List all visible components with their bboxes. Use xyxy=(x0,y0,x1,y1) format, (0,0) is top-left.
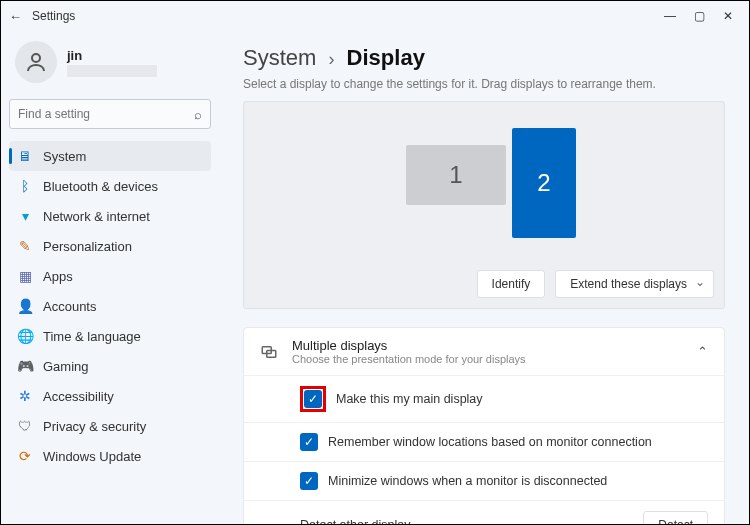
highlight-box xyxy=(300,386,326,412)
sidebar-item-system[interactable]: 🖥System xyxy=(9,141,211,171)
gaming-icon: 🎮 xyxy=(17,358,33,374)
identify-button[interactable]: Identify xyxy=(477,270,546,298)
user-profile[interactable]: jin xyxy=(9,37,211,93)
display-arrangement-panel: 1 2 Identify Extend these displays xyxy=(243,101,725,309)
sidebar-item-accessibility[interactable]: ✲Accessibility xyxy=(9,381,211,411)
app-title: Settings xyxy=(32,9,75,23)
sidebar-item-windows-update[interactable]: ⟳Windows Update xyxy=(9,441,211,471)
chevron-up-icon[interactable]: ⌃ xyxy=(697,344,708,359)
sidebar-item-label: Network & internet xyxy=(43,209,150,224)
option-label: Minimize windows when a monitor is disco… xyxy=(328,474,607,488)
sidebar: jin ⌕ 🖥SystemᛒBluetooth & devices▾Networ… xyxy=(1,31,219,524)
sidebar-item-privacy-security[interactable]: 🛡Privacy & security xyxy=(9,411,211,441)
accessibility-icon: ✲ xyxy=(17,388,33,404)
checkbox-remember[interactable] xyxy=(300,433,318,451)
sidebar-item-label: Personalization xyxy=(43,239,132,254)
sidebar-item-bluetooth-devices[interactable]: ᛒBluetooth & devices xyxy=(9,171,211,201)
sidebar-item-label: Privacy & security xyxy=(43,419,146,434)
multiple-displays-icon xyxy=(260,343,278,361)
chevron-right-icon: › xyxy=(328,49,334,69)
sidebar-item-label: Time & language xyxy=(43,329,141,344)
personalization-icon: ✎ xyxy=(17,238,33,254)
section-title: Multiple displays xyxy=(292,338,526,353)
option-label: Detect other display xyxy=(300,518,410,524)
breadcrumb: System › Display xyxy=(243,45,725,71)
search-input[interactable] xyxy=(18,107,194,121)
main-content: System › Display Select a display to cha… xyxy=(219,31,749,524)
windows-update-icon: ⟳ xyxy=(17,448,33,464)
multiple-displays-section: Multiple displays Choose the presentatio… xyxy=(243,327,725,524)
section-subtitle: Choose the presentation mode for your di… xyxy=(292,353,526,365)
person-icon xyxy=(24,50,48,74)
maximize-button[interactable]: ▢ xyxy=(694,9,705,23)
apps-icon: ▦ xyxy=(17,268,33,284)
accounts-icon: 👤 xyxy=(17,298,33,314)
sidebar-item-label: Gaming xyxy=(43,359,89,374)
option-main-display[interactable]: Make this my main display xyxy=(244,375,724,422)
sidebar-item-label: Windows Update xyxy=(43,449,141,464)
sidebar-item-label: Accounts xyxy=(43,299,96,314)
option-minimize-disconnect[interactable]: Minimize windows when a monitor is disco… xyxy=(244,461,724,500)
detect-button[interactable]: Detect xyxy=(643,511,708,524)
sidebar-item-label: System xyxy=(43,149,86,164)
extend-displays-dropdown[interactable]: Extend these displays xyxy=(555,270,714,298)
breadcrumb-parent[interactable]: System xyxy=(243,45,316,70)
nav-list: 🖥SystemᛒBluetooth & devices▾Network & in… xyxy=(9,141,211,471)
bluetooth-devices-icon: ᛒ xyxy=(17,178,33,194)
checkbox-main-display[interactable] xyxy=(304,390,322,408)
monitor-1[interactable]: 1 xyxy=(406,145,506,205)
avatar xyxy=(15,41,57,83)
sidebar-item-label: Apps xyxy=(43,269,73,284)
sidebar-item-label: Accessibility xyxy=(43,389,114,404)
option-detect-display: Detect other display Detect xyxy=(244,500,724,524)
time-language-icon: 🌐 xyxy=(17,328,33,344)
back-button[interactable]: ← xyxy=(9,9,22,24)
option-remember-locations[interactable]: Remember window locations based on monit… xyxy=(244,422,724,461)
sidebar-item-personalization[interactable]: ✎Personalization xyxy=(9,231,211,261)
close-button[interactable]: ✕ xyxy=(723,9,733,23)
sidebar-item-accounts[interactable]: 👤Accounts xyxy=(9,291,211,321)
page-title: Display xyxy=(347,45,425,70)
privacy-security-icon: 🛡 xyxy=(17,418,33,434)
page-subtitle: Select a display to change the settings … xyxy=(243,77,725,91)
section-header[interactable]: Multiple displays Choose the presentatio… xyxy=(244,328,724,375)
user-name: jin xyxy=(67,48,157,63)
monitor-canvas[interactable]: 1 2 xyxy=(244,122,724,258)
sidebar-item-time-language[interactable]: 🌐Time & language xyxy=(9,321,211,351)
sidebar-item-apps[interactable]: ▦Apps xyxy=(9,261,211,291)
sidebar-item-gaming[interactable]: 🎮Gaming xyxy=(9,351,211,381)
network-internet-icon: ▾ xyxy=(17,208,33,224)
sidebar-item-network-internet[interactable]: ▾Network & internet xyxy=(9,201,211,231)
search-box[interactable]: ⌕ xyxy=(9,99,211,129)
option-label: Remember window locations based on monit… xyxy=(328,435,652,449)
monitor-2[interactable]: 2 xyxy=(512,128,576,238)
system-icon: 🖥 xyxy=(17,148,33,164)
titlebar: ← Settings — ▢ ✕ xyxy=(1,1,749,31)
svg-point-0 xyxy=(32,54,40,62)
search-icon: ⌕ xyxy=(194,107,202,122)
checkbox-minimize[interactable] xyxy=(300,472,318,490)
option-label: Make this my main display xyxy=(336,392,483,406)
sidebar-item-label: Bluetooth & devices xyxy=(43,179,158,194)
minimize-button[interactable]: — xyxy=(664,9,676,23)
user-email-placeholder xyxy=(67,65,157,77)
